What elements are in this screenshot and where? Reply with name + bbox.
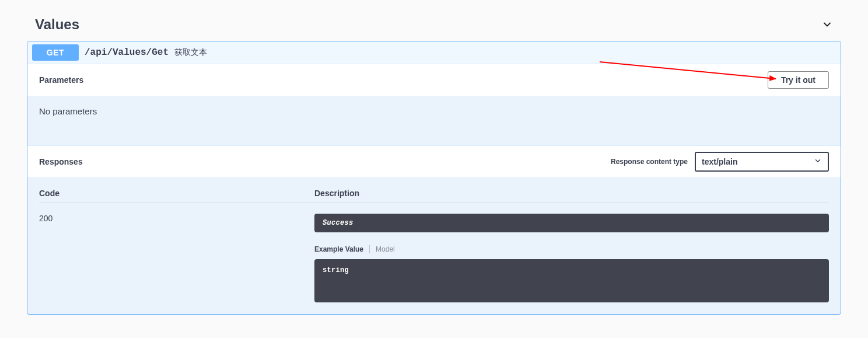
parameters-body: No parameters [27, 96, 841, 145]
example-value-body: string [323, 266, 349, 274]
operation-block: GET /api/Values/Get 获取文本 Parameters Try … [27, 41, 841, 315]
response-code: 200 [39, 214, 314, 302]
parameters-header-row: Parameters Try it out [27, 64, 841, 96]
responses-body: Code Description 200 Success Example Val… [27, 178, 841, 314]
response-content-type-label: Response content type [611, 158, 688, 166]
example-value-box[interactable]: string [314, 259, 829, 302]
responses-header-row: Responses Response content type text/pla… [27, 145, 841, 178]
response-content-type-select[interactable]: text/plain [695, 152, 829, 172]
parameters-heading: Parameters [39, 75, 83, 85]
example-model-toggle: Example ValueModel [314, 245, 829, 253]
no-parameters-text: No parameters [39, 106, 97, 116]
response-message: Success [323, 219, 354, 227]
responses-col-description: Description [314, 189, 829, 198]
responses-col-code: Code [39, 189, 314, 198]
responses-table-header: Code Description [39, 189, 829, 203]
responses-heading: Responses [39, 157, 83, 166]
section-title: Values [35, 16, 79, 33]
response-message-box: Success [314, 214, 829, 232]
model-tab[interactable]: Model [370, 245, 395, 253]
table-row: 200 Success Example ValueModel string [39, 214, 829, 302]
try-it-out-button[interactable]: Try it out [768, 71, 829, 89]
operation-summary-text: 获取文本 [174, 47, 207, 58]
section-header[interactable]: Values [27, 12, 841, 41]
example-value-tab[interactable]: Example Value [314, 245, 370, 253]
chevron-down-icon [814, 157, 822, 167]
operation-summary[interactable]: GET /api/Values/Get 获取文本 [27, 41, 841, 64]
response-content-type-value: text/plain [702, 157, 737, 166]
operation-path: /api/Values/Get [85, 47, 169, 58]
method-badge: GET [32, 44, 79, 61]
chevron-down-icon [821, 19, 833, 30]
